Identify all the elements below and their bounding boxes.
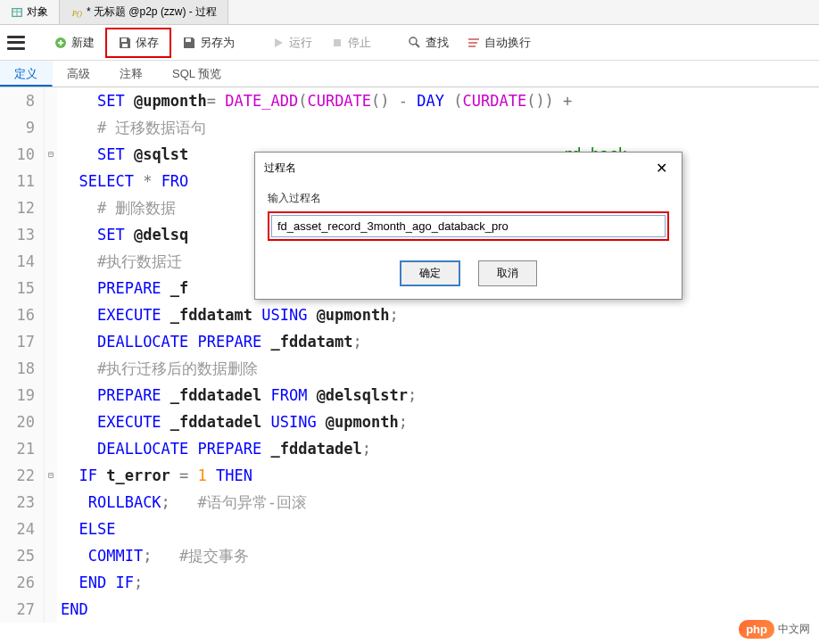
fold-column: ⊟⊟: [45, 87, 57, 623]
tab-current[interactable]: P() * 无标题 @p2p (zzw) - 过程: [60, 0, 228, 24]
new-label: 新建: [71, 35, 95, 51]
cancel-button[interactable]: 取消: [478, 260, 537, 286]
tab-objects[interactable]: 对象: [0, 0, 60, 24]
new-icon: [54, 36, 68, 50]
tab-label: * 无标题 @p2p (zzw) - 过程: [87, 4, 217, 20]
run-icon: [271, 36, 285, 50]
tab-label: 对象: [27, 4, 48, 20]
toolbar: 新建 保存 另存为 运行 停止 查找 自动换行: [0, 25, 819, 61]
svg-point-9: [410, 37, 417, 45]
watermark: php 中文网: [739, 620, 810, 639]
new-button[interactable]: 新建: [46, 31, 102, 54]
ok-button[interactable]: 确定: [400, 260, 460, 286]
stop-label: 停止: [348, 35, 371, 51]
top-tab-bar: 对象 P() * 无标题 @p2p (zzw) - 过程: [0, 0, 819, 25]
svg-rect-8: [334, 39, 341, 46]
svg-rect-5: [121, 38, 127, 42]
procedure-icon: P(): [70, 6, 83, 19]
watermark-text: 中文网: [778, 622, 810, 637]
input-highlight-box: [268, 211, 669, 241]
svg-rect-7: [186, 38, 191, 42]
dialog-body: 输入过程名: [255, 184, 682, 252]
menu-icon[interactable]: [7, 36, 25, 50]
sub-tab-bar: 定义 高级 注释 SQL 预览: [0, 61, 819, 87]
run-label: 运行: [289, 35, 312, 51]
dialog-titlebar: 过程名 ✕: [255, 153, 682, 184]
find-label: 查找: [426, 35, 449, 51]
find-button[interactable]: 查找: [401, 31, 456, 54]
svg-text:P(): P(): [71, 8, 82, 17]
save-button[interactable]: 保存: [111, 31, 166, 54]
save-as-label: 另存为: [200, 35, 235, 51]
procedure-name-input[interactable]: [271, 215, 666, 237]
dialog-title-text: 过程名: [264, 161, 296, 176]
save-label: 保存: [136, 35, 159, 51]
subtab-sql-preview[interactable]: SQL 预览: [158, 61, 236, 87]
run-button[interactable]: 运行: [264, 31, 319, 54]
subtab-comment[interactable]: 注释: [105, 61, 158, 87]
wrap-button[interactable]: 自动换行: [459, 31, 538, 54]
save-highlight-box: 保存: [105, 28, 171, 58]
line-number-gutter: 89101112131415161718192021222324252627: [0, 87, 45, 623]
subtab-advanced[interactable]: 高级: [53, 61, 105, 87]
wrap-icon: [467, 36, 481, 50]
dialog-buttons: 确定 取消: [255, 252, 682, 299]
save-icon: [118, 36, 132, 50]
save-as-icon: [182, 36, 196, 50]
watermark-logo: php: [739, 620, 774, 639]
separator: [389, 34, 390, 52]
close-icon[interactable]: ✕: [650, 160, 673, 177]
subtab-definition[interactable]: 定义: [0, 61, 53, 87]
procedure-name-dialog: 过程名 ✕ 输入过程名 确定 取消: [254, 152, 682, 300]
wrap-label: 自动换行: [484, 35, 531, 51]
table-icon: [11, 6, 23, 19]
save-as-button[interactable]: 另存为: [175, 31, 242, 54]
svg-line-10: [416, 44, 419, 47]
stop-button[interactable]: 停止: [323, 31, 378, 54]
svg-rect-6: [122, 44, 128, 47]
separator: [252, 34, 253, 52]
stop-icon: [330, 36, 344, 50]
dialog-label: 输入过程名: [268, 191, 669, 206]
search-icon: [408, 36, 422, 50]
